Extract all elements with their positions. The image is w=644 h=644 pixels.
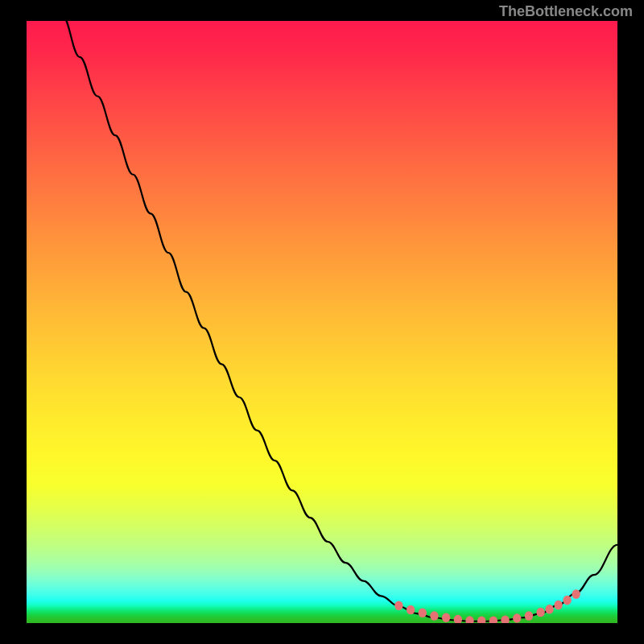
marker-dot [394,601,402,611]
marker-dot [477,617,485,623]
bottleneck-curve-line [27,21,617,621]
marker-dot [407,605,415,615]
chart-svg [27,21,617,623]
optimal-zone-markers [394,589,580,623]
marker-dot [545,605,553,614]
marker-dot [501,615,509,623]
chart-plot-area [27,21,617,623]
marker-dot [513,613,521,623]
marker-dot [442,613,450,622]
marker-dot [563,596,571,605]
marker-dot [525,611,533,621]
marker-dot [554,601,562,610]
attribution-text: TheBottleneck.com [499,3,633,20]
marker-dot [489,617,497,623]
marker-dot [430,611,438,621]
marker-dot [465,616,473,623]
marker-dot [419,608,427,617]
marker-dot [454,615,462,623]
marker-dot [572,589,580,599]
marker-dot [536,608,544,617]
